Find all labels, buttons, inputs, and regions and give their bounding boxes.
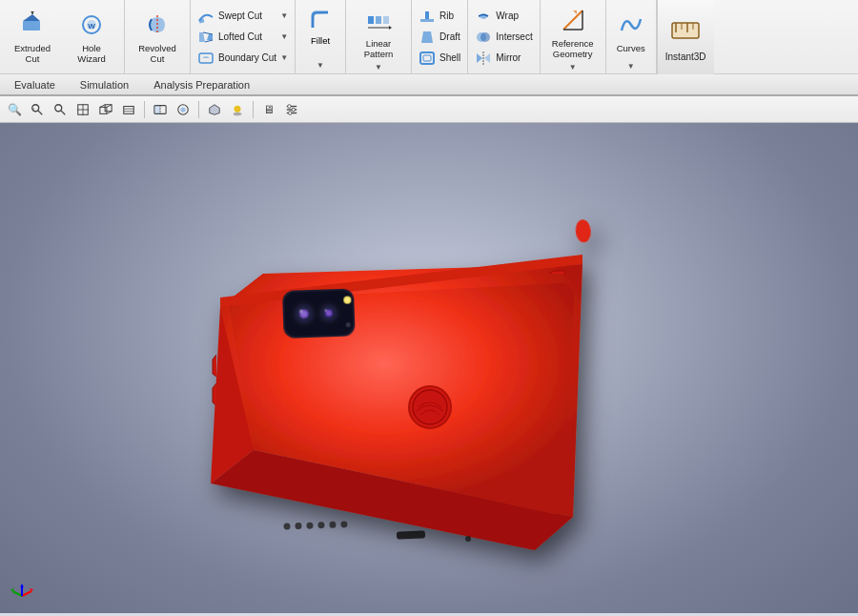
reference-geometry-button[interactable]: Reference Geometry	[544, 2, 602, 63]
tab-evaluate[interactable]: Evaluate	[2, 75, 68, 94]
group-cut-stack: Swept Cut ▼ Lofted Cut ▼	[191, 0, 296, 73]
revolved-cut-button[interactable]: Revolved Cut	[129, 5, 186, 70]
svg-rect-93	[397, 530, 425, 539]
rib-icon	[419, 8, 436, 25]
section-view-button[interactable]	[150, 99, 171, 120]
lofted-cut-button[interactable]: Lofted Cut ▼	[193, 27, 293, 48]
reference-geometry-icon	[558, 5, 588, 35]
reference-geometry-dropdown[interactable]: ▼	[544, 63, 602, 72]
linear-pattern-button[interactable]: Linear Pattern	[350, 2, 407, 63]
boundary-cut-label: Boundary Cut	[218, 52, 276, 63]
draft-icon	[419, 29, 436, 46]
ribbon-toolbar: Extruded Cut W Hole Wizard	[0, 0, 858, 74]
wrap-button[interactable]: Wrap	[470, 6, 537, 27]
group-extrude-hole: Extruded Cut W Hole Wizard	[0, 0, 125, 73]
group-revolved: Revolved Cut	[125, 0, 191, 73]
viewport[interactable]	[0, 123, 858, 613]
reference-geometry-label: Reference Geometry	[549, 38, 597, 60]
svg-line-95	[22, 591, 31, 596]
lofted-cut-icon	[197, 29, 214, 46]
phone-model	[125, 188, 678, 588]
intersect-icon	[475, 29, 492, 46]
phone-svg	[125, 188, 678, 588]
tab-bar: Evaluate Simulation Analysis Preparation	[0, 74, 858, 95]
view3d-button[interactable]	[95, 99, 116, 120]
instant3d-button[interactable]: Instant3D	[657, 0, 714, 74]
fillet-dropdown[interactable]: ▼	[297, 59, 343, 71]
svg-rect-18	[420, 19, 434, 22]
search-button[interactable]: 🔍	[4, 99, 25, 120]
instant3d-icon	[668, 13, 703, 48]
revolved-cut-label: Revolved Cut	[133, 43, 181, 65]
extruded-cut-icon	[17, 10, 48, 40]
svg-rect-50	[124, 106, 134, 113]
shadows-button[interactable]	[227, 99, 248, 120]
pan-button[interactable]	[72, 99, 93, 120]
boundary-cut-arrow: ▼	[280, 53, 288, 62]
svg-line-41	[61, 110, 65, 113]
svg-text:+: +	[32, 106, 35, 111]
view2d-button[interactable]	[118, 99, 139, 120]
swept-cut-button[interactable]: Swept Cut ▼	[193, 6, 293, 27]
group-rib-draft-shell: Rib Draft Shell	[412, 0, 468, 73]
wrap-label: Wrap	[496, 10, 519, 21]
svg-marker-9	[207, 34, 213, 40]
svg-marker-20	[421, 31, 433, 43]
draft-button[interactable]: Draft	[414, 27, 465, 48]
tab-simulation[interactable]: Simulation	[68, 75, 141, 94]
zoom-area-button[interactable]: +	[27, 99, 48, 120]
svg-point-89	[306, 523, 313, 529]
svg-point-40	[55, 104, 62, 111]
svg-point-67	[575, 219, 592, 243]
svg-point-57	[180, 107, 185, 112]
extruded-cut-button[interactable]: Extruded Cut	[4, 5, 61, 70]
group-wrap-intersect-mirror: Wrap Intersect	[468, 0, 540, 73]
svg-marker-25	[477, 53, 482, 63]
display-style-button[interactable]	[204, 99, 225, 120]
fillet-button[interactable]: Fillet	[297, 2, 343, 59]
svg-point-60	[234, 112, 242, 115]
svg-marker-31	[573, 10, 577, 14]
svg-line-97	[12, 591, 22, 596]
mirror-button[interactable]: Mirror	[470, 48, 537, 69]
mirror-icon	[475, 50, 492, 67]
intersect-button[interactable]: Intersect	[470, 27, 537, 48]
linear-pattern-dropdown[interactable]: ▼	[350, 63, 407, 72]
fillet-label: Fillet	[311, 35, 330, 46]
shell-button[interactable]: Shell	[414, 48, 465, 69]
svg-rect-55	[154, 105, 160, 113]
intersect-label: Intersect	[496, 31, 532, 42]
svg-marker-98	[10, 588, 14, 591]
svg-point-65	[292, 108, 296, 112]
svg-rect-22	[423, 55, 431, 61]
curves-button[interactable]: Curves	[610, 2, 652, 61]
instant3d-label: Instant3D	[665, 51, 706, 62]
svg-marker-100	[20, 585, 24, 587]
hole-wizard-button[interactable]: W Hole Wizard	[63, 5, 120, 70]
fillet-icon	[305, 5, 336, 35]
rib-button[interactable]: Rib	[414, 6, 465, 27]
svg-rect-46	[105, 104, 112, 111]
settings-view-button[interactable]	[281, 99, 302, 120]
svg-line-38	[38, 110, 42, 113]
wrap-icon	[475, 8, 492, 25]
svg-point-86	[413, 390, 447, 424]
curves-dropdown[interactable]: ▼	[610, 61, 652, 72]
secondary-toolbar: 🔍 + 🖥	[0, 96, 858, 123]
svg-point-90	[317, 522, 324, 528]
tab-analysis-preparation[interactable]: Analysis Preparation	[141, 75, 262, 94]
boundary-cut-button[interactable]: Boundary Cut ▼	[193, 48, 293, 69]
appearance-button[interactable]	[173, 99, 194, 120]
render-button[interactable]: 🖥	[258, 99, 279, 120]
svg-rect-15	[383, 16, 389, 24]
hole-wizard-icon: W	[76, 10, 107, 40]
linear-pattern-icon	[363, 5, 394, 35]
revolved-cut-icon	[142, 10, 173, 40]
mirror-label: Mirror	[496, 52, 521, 63]
svg-rect-13	[368, 16, 374, 24]
boundary-cut-icon	[197, 50, 214, 67]
swept-cut-label: Swept Cut	[218, 10, 262, 21]
svg-marker-58	[210, 104, 220, 114]
curves-icon	[616, 10, 646, 40]
zoom-fit-button[interactable]	[50, 99, 71, 120]
